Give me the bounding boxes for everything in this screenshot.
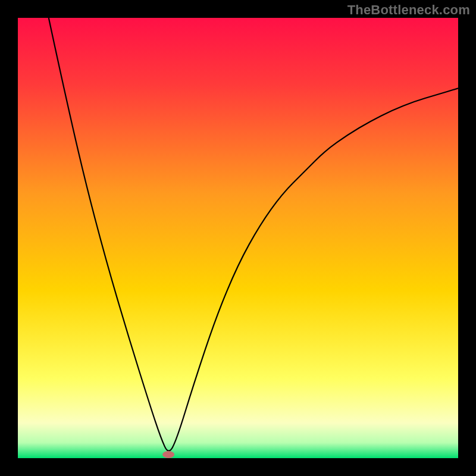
- chart-frame: TheBottleneck.com: [0, 0, 476, 476]
- bottleneck-chart: [0, 0, 476, 476]
- watermark-text: TheBottleneck.com: [347, 2, 470, 18]
- optimum-marker: [162, 451, 174, 458]
- plot-area: [18, 18, 458, 458]
